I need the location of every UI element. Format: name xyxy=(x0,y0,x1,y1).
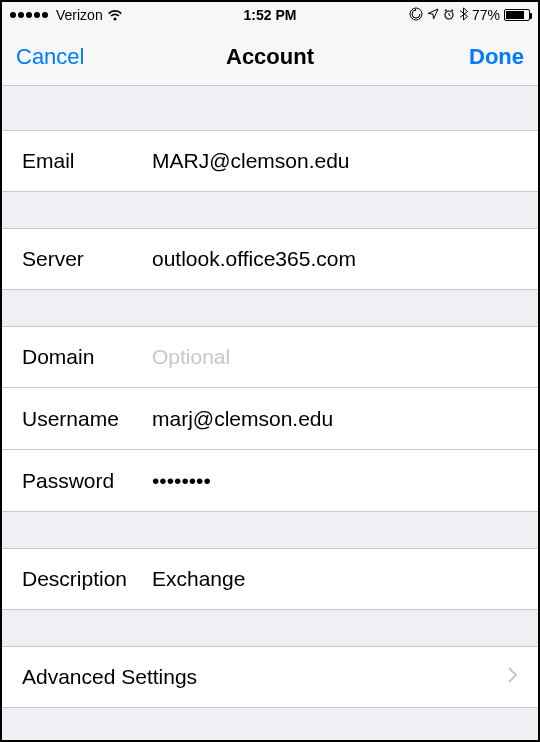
username-field[interactable] xyxy=(152,407,518,431)
signal-dots-icon xyxy=(10,12,48,18)
password-label: Password xyxy=(22,469,152,493)
email-label: Email xyxy=(22,149,152,173)
password-row[interactable]: Password xyxy=(2,450,538,512)
email-row[interactable]: Email xyxy=(2,130,538,192)
description-row[interactable]: Description xyxy=(2,548,538,610)
server-label: Server xyxy=(22,247,152,271)
advanced-settings-row[interactable]: Advanced Settings xyxy=(2,646,538,708)
done-button[interactable]: Done xyxy=(314,44,524,70)
navigation-bar: Cancel Account Done xyxy=(2,28,538,86)
description-label: Description xyxy=(22,567,152,591)
page-title: Account xyxy=(226,44,314,70)
rotation-lock-icon xyxy=(409,7,423,24)
cancel-button[interactable]: Cancel xyxy=(16,44,226,70)
chevron-right-icon xyxy=(506,665,518,689)
domain-row[interactable]: Domain xyxy=(2,326,538,388)
server-field[interactable] xyxy=(152,247,518,271)
description-field[interactable] xyxy=(152,567,518,591)
email-field[interactable] xyxy=(152,149,518,173)
alarm-icon xyxy=(443,7,455,23)
username-row[interactable]: Username xyxy=(2,388,538,450)
location-icon xyxy=(427,7,439,23)
domain-label: Domain xyxy=(22,345,152,369)
battery-icon xyxy=(504,9,530,21)
bluetooth-icon xyxy=(459,7,468,24)
server-row[interactable]: Server xyxy=(2,228,538,290)
carrier-label: Verizon xyxy=(56,7,103,23)
domain-field[interactable] xyxy=(152,345,518,369)
status-bar: Verizon 1:52 PM 77% xyxy=(2,2,538,28)
wifi-icon xyxy=(107,9,123,21)
advanced-settings-label: Advanced Settings xyxy=(22,665,197,689)
password-field[interactable] xyxy=(152,469,518,493)
username-label: Username xyxy=(22,407,152,431)
clock-label: 1:52 PM xyxy=(244,7,297,23)
battery-pct-label: 77% xyxy=(472,7,500,23)
